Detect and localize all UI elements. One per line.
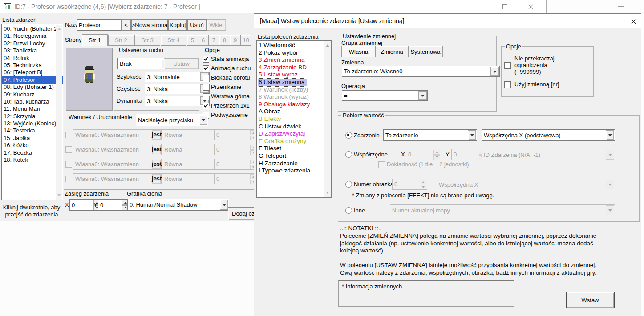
event-list-item[interactable]: 09: Kucharz — [2, 91, 63, 98]
paste-button[interactable]: Wklej — [207, 19, 226, 31]
background-minimize-icon[interactable] — [618, 6, 624, 7]
event-list-item[interactable]: 13: Wyjście (Koniec) — [2, 120, 63, 127]
trigger-dropdown[interactable]: Naciśnięcie przycisku — [136, 114, 208, 126]
event-radio[interactable] — [345, 132, 352, 139]
command-list-item[interactable]: B Efekty — [257, 116, 331, 123]
event-property-dropdown[interactable]: Współrzędna X (podstawowa) — [482, 129, 615, 141]
event-list-item[interactable]: 16: Łóżko — [2, 142, 63, 149]
event-list[interactable]: 00: Yuichi (Bohater 2) 01: Noclegownia 0… — [1, 24, 63, 200]
tab-page-4[interactable]: Str 4 — [161, 35, 186, 46]
command-list-item[interactable]: 6 Ustaw zmienną — [257, 79, 331, 86]
condition-variable-dropdown-3[interactable]: Własna0: Własnazmienn — [73, 159, 162, 170]
event-list-scrollbar[interactable] — [56, 25, 62, 200]
tab-page-10[interactable]: 10 — [240, 35, 251, 46]
insert-button[interactable]: Wstaw — [566, 292, 615, 308]
command-list[interactable]: 1 Wiadomość 2 Pokaż wybór 3 Zmień zmienn… — [256, 40, 332, 198]
option-checkbox-przestrzen-1x1[interactable] — [203, 103, 209, 109]
option-checkbox-animacja-ruchu[interactable] — [203, 65, 209, 72]
dropdown-arrow-icon[interactable] — [199, 115, 207, 125]
sprite-panel[interactable] — [66, 48, 113, 111]
dropdown-arrow-icon[interactable] — [220, 200, 228, 210]
tab-variable-system[interactable]: Systemowa — [408, 46, 443, 57]
tab-page-8[interactable]: 8 — [219, 35, 230, 46]
name-input[interactable]: Profesor — [77, 19, 124, 31]
tab-page-5[interactable]: 5 — [187, 35, 198, 46]
event-list-item[interactable]: 02: Drzwi-Lochy — [2, 40, 63, 47]
other-radio[interactable] — [345, 207, 352, 214]
command-list-scrollbar[interactable] — [324, 41, 331, 197]
prev-page-button[interactable]: < — [121, 19, 131, 31]
option-checkbox-warstwa-gorna[interactable] — [203, 93, 209, 100]
event-target-dropdown[interactable]: To zdarzenie — [383, 129, 477, 141]
condition-value-spinner-3[interactable]: 0 — [214, 159, 258, 170]
close-button[interactable] — [520, 0, 541, 13]
command-list-item[interactable]: F Tileset — [257, 145, 331, 152]
maximize-button[interactable] — [494, 0, 515, 13]
coords-event-id-dropdown[interactable]: ID Zdarzenia (N/A: -1) — [482, 149, 615, 160]
tab-page-1[interactable]: Str 1 — [82, 34, 108, 46]
movement-set-button[interactable]: Ustaw — [164, 58, 199, 69]
tab-page-6[interactable]: 6 — [198, 35, 209, 46]
command-list-item[interactable]: C Ustaw dźwiek — [257, 123, 331, 131]
condition-variable-dropdown-1[interactable]: Własna0: Własnazmienn — [73, 129, 162, 140]
command-list-item[interactable]: 9 Obsługa klawiszy — [257, 101, 331, 108]
minimize-button[interactable] — [469, 0, 489, 13]
variable-dropdown[interactable]: To zdarzenie: Własne0 — [342, 66, 500, 77]
command-list-item[interactable]: H Zarzadzanie — [257, 160, 331, 168]
condition-checkbox-4[interactable] — [65, 176, 72, 182]
event-list-item[interactable]: 03: Tabliczka — [2, 47, 63, 54]
option-checkbox-stala-animacja[interactable] — [203, 56, 209, 63]
operation-dropdown[interactable]: = — [342, 90, 428, 101]
condition-value-spinner-2[interactable]: 0 — [214, 144, 258, 155]
coords-x-spinner[interactable]: 0 — [406, 149, 441, 160]
dropdown-arrow-icon[interactable] — [468, 130, 476, 140]
command-list-item[interactable]: 2 Pokaż wybór — [257, 49, 331, 57]
event-list-item[interactable]: 15: Jabłka — [2, 135, 63, 142]
condition-checkbox-2[interactable] — [65, 146, 72, 153]
condition-checkbox-1[interactable] — [65, 132, 72, 138]
picture-property-dropdown[interactable]: Współrzędna X — [437, 179, 615, 190]
option-checkbox-blokada-obrotu[interactable] — [203, 75, 209, 81]
delete-button[interactable]: Usuń — [187, 19, 207, 31]
limit-checkbox[interactable] — [504, 62, 511, 69]
dialog-close-button[interactable] — [627, 16, 640, 27]
command-list-item[interactable]: I Typowe zdarzenia — [257, 167, 331, 175]
movement-type-dropdown[interactable]: Brak — [117, 58, 171, 69]
tab-variable-variable[interactable]: Zmienna — [375, 46, 409, 57]
command-list-item[interactable]: 5 Ustaw wyraz — [257, 71, 331, 79]
event-list-item[interactable]: 12: Skrzynia — [2, 113, 63, 120]
command-list-item[interactable]: D Zapisz/Wczytaj — [257, 130, 331, 138]
command-list-item[interactable]: 8 Warunek (wyraz) — [257, 93, 331, 101]
picture-radio[interactable] — [345, 181, 352, 188]
event-list-item[interactable]: 04: Rolnik — [2, 55, 63, 62]
shadow-dropdown[interactable]: 0: Human/Normal Shadow — [127, 199, 229, 211]
range-y-spinner[interactable]: 0 — [98, 199, 130, 211]
event-list-item[interactable]: 05: Techniczka — [2, 62, 63, 69]
dropdown-arrow-icon[interactable] — [490, 67, 499, 76]
condition-variable-dropdown-2[interactable]: Własna0: Własnazmienn — [73, 144, 162, 155]
event-list-item[interactable]: 14: Testerka — [2, 127, 63, 134]
condition-value-spinner-4[interactable]: 0 — [214, 173, 258, 184]
tab-page-2[interactable]: Str 2 — [108, 35, 134, 46]
event-list-item[interactable]: 00: Yuichi (Bohater 2) — [2, 25, 63, 32]
condition-variable-dropdown-4[interactable]: Własna0: Własnazmienn — [73, 173, 162, 184]
event-list-item[interactable]: 06: [Teleport B] — [2, 69, 63, 76]
other-dropdown[interactable]: Numer aktualnej mapy — [390, 204, 615, 216]
tab-page-7[interactable]: 7 — [208, 35, 219, 46]
copy-button[interactable]: Kopiuj — [168, 19, 187, 31]
event-list-item[interactable]: 11: Menu Man — [2, 105, 63, 112]
condition-checkbox-3[interactable] — [65, 161, 72, 168]
tab-variable-own[interactable]: Własna — [341, 46, 376, 57]
command-list-item[interactable]: G Teleport — [257, 152, 331, 160]
coords-radio[interactable] — [345, 151, 352, 158]
new-page-button[interactable]: >Nowa strona — [131, 19, 168, 31]
event-list-item[interactable]: 17: Beczka — [2, 149, 63, 156]
command-list-item[interactable]: 3 Zmień zmienna — [257, 56, 331, 64]
tab-page-3[interactable]: Str 3 — [134, 35, 160, 46]
event-list-item[interactable]: 07: Profesor — [2, 76, 63, 84]
dropdown-arrow-icon[interactable] — [418, 91, 427, 100]
command-list-item[interactable]: 7 Warunek (liczby) — [257, 86, 331, 94]
command-list-item[interactable]: A Obraz — [257, 108, 331, 116]
picture-number-spinner[interactable]: 0 — [392, 179, 427, 190]
command-list-item[interactable]: E Grafika drużyny — [257, 138, 331, 145]
